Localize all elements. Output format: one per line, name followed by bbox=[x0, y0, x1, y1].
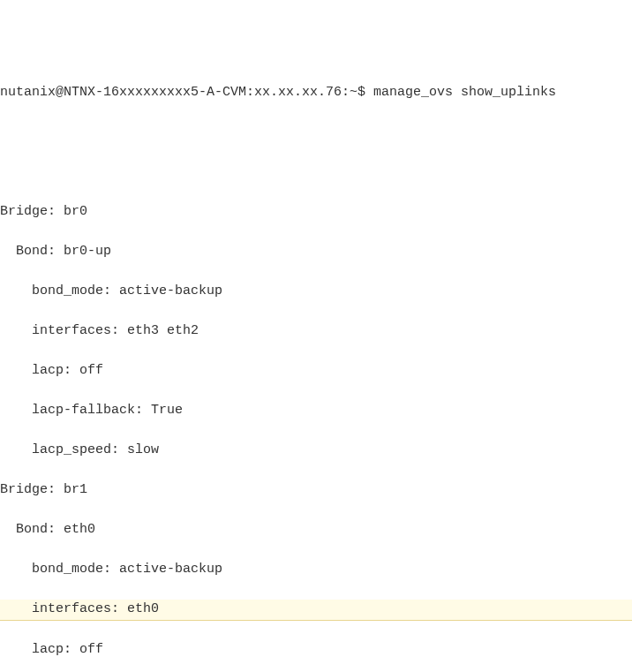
output-line: Bridge: br1 bbox=[0, 480, 632, 501]
output-line: Bridge: br0 bbox=[0, 202, 632, 223]
output-line: interfaces: eth3 eth2 bbox=[0, 321, 632, 342]
output-line: lacp: off bbox=[0, 361, 632, 381]
output-line: lacp: off bbox=[0, 640, 632, 661]
output-line: lacp_speed: slow bbox=[0, 441, 632, 461]
blank-line bbox=[0, 162, 632, 183]
prompt-line[interactable]: nutanix@NTNX-16xxxxxxxxx5-A-CVM:xx.xx.xx… bbox=[0, 83, 632, 103]
blank-line bbox=[0, 123, 632, 143]
output-line: Bond: br0-up bbox=[0, 242, 632, 262]
output-line: bond_mode: active-backup bbox=[0, 560, 632, 580]
output-line: bond_mode: active-backup bbox=[0, 282, 632, 302]
highlighted-line: interfaces: eth0 bbox=[0, 600, 632, 621]
output-line: Bond: eth0 bbox=[0, 520, 632, 540]
output-line: lacp-fallback: True bbox=[0, 401, 632, 421]
